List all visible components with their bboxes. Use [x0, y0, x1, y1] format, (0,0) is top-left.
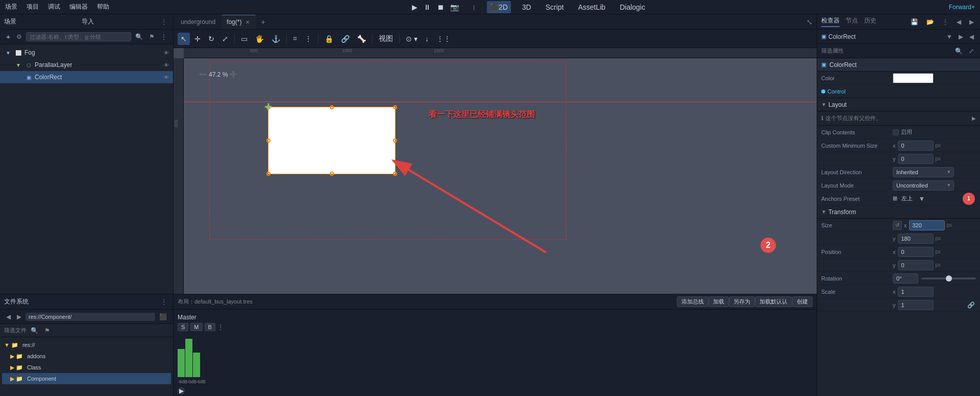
- pause-button[interactable]: ⏸: [422, 2, 433, 12]
- anchor-tool-btn[interactable]: ⚓: [268, 33, 283, 45]
- fs-item-class[interactable]: ▶ 📁 Class: [2, 362, 171, 373]
- pos-x-input[interactable]: [898, 247, 934, 257]
- tab-fog[interactable]: fog(*) ✕: [222, 15, 256, 29]
- dialogic-button[interactable]: Dialogic: [617, 1, 648, 13]
- mode-2d-button[interactable]: ⬛ 2D: [487, 1, 511, 13]
- select-tool-btn[interactable]: ↖: [178, 33, 190, 45]
- menu-scene[interactable]: 场景: [5, 3, 17, 11]
- group-btn[interactable]: 🔗: [338, 33, 353, 45]
- snap-grid-btn[interactable]: ⌗: [290, 32, 300, 45]
- scene-options-btn[interactable]: ⋮: [159, 32, 169, 41]
- dots-btn-3[interactable]: ⋮⋮: [433, 33, 454, 45]
- filter-props-options-btn[interactable]: ⤢: [967, 46, 976, 56]
- scale-tool-btn[interactable]: ⤢: [219, 33, 231, 45]
- clip-checkbox[interactable]: [893, 129, 899, 135]
- tree-node-fog[interactable]: ▼ ⬜ Fog 👁: [0, 46, 173, 59]
- inspector-options-btn[interactable]: ⋮: [940, 17, 950, 27]
- menu-editor[interactable]: 编辑器: [69, 3, 88, 11]
- fs-thumbnail-btn[interactable]: ⬛: [157, 312, 169, 321]
- menu-help[interactable]: 帮助: [97, 3, 109, 11]
- size-reset-btn[interactable]: ↺: [893, 221, 902, 230]
- filter-props-search-btn[interactable]: 🔍: [953, 46, 965, 56]
- anchors-preset-btn[interactable]: ▼: [917, 194, 927, 204]
- audio-s-btn[interactable]: S: [178, 323, 188, 331]
- node-tools-button[interactable]: ⚙: [14, 32, 24, 41]
- play-button[interactable]: ▶: [410, 2, 420, 12]
- rotate-tool-btn[interactable]: ↻: [205, 33, 217, 45]
- assetlib-button[interactable]: AssetLib: [575, 1, 608, 13]
- tab-fog-close[interactable]: ✕: [244, 19, 251, 25]
- min-size-y-input[interactable]: [898, 154, 934, 164]
- fs-item-res[interactable]: ▼ 📁 res://: [2, 339, 171, 351]
- audio-play-btn[interactable]: ▶: [178, 387, 185, 394]
- size-y-input[interactable]: [898, 234, 934, 244]
- tab-node[interactable]: 节点: [846, 16, 858, 27]
- parallax-visibility-icon[interactable]: 👁: [164, 62, 169, 68]
- zoom-minus-icon[interactable]: ➖: [199, 71, 207, 78]
- layout-direction-select[interactable]: Inherited: [893, 167, 954, 177]
- node-selector-expand[interactable]: ▼: [944, 32, 954, 41]
- load-default-btn[interactable]: 加载默认认: [755, 296, 792, 307]
- tab-inspector[interactable]: 检查器: [821, 16, 840, 27]
- color-swatch[interactable]: [893, 73, 934, 83]
- node-selector-chevron-right[interactable]: ▶: [957, 32, 965, 41]
- script-button[interactable]: Script: [543, 1, 567, 13]
- scale-y-input[interactable]: [898, 300, 934, 310]
- inspector-load-btn[interactable]: 📂: [924, 17, 936, 27]
- tree-node-parallax[interactable]: ▼ ⬡ ParallaxLayer 👁: [0, 59, 173, 71]
- create-btn[interactable]: 创建: [792, 296, 813, 307]
- inspector-prev-btn[interactable]: ◀: [954, 17, 963, 27]
- fs-filter-options-btn[interactable]: ⚑: [42, 326, 52, 335]
- rotation-slider[interactable]: [921, 277, 976, 279]
- scene-filter-search[interactable]: 🔍: [133, 32, 145, 41]
- transform-section-header[interactable]: ▼ Transform: [817, 205, 980, 219]
- min-size-x-input[interactable]: [898, 141, 934, 151]
- menu-project[interactable]: 项目: [27, 3, 39, 11]
- fs-filter-search-btn[interactable]: 🔍: [29, 326, 40, 335]
- tab-underground[interactable]: underground: [176, 15, 220, 29]
- dots-btn-1[interactable]: ⊙ ▾: [403, 33, 421, 45]
- pos-y-input[interactable]: [898, 260, 934, 270]
- node-selector-chevron-left[interactable]: ◀: [967, 32, 976, 41]
- inspector-next-btn[interactable]: ▶: [967, 17, 976, 27]
- scale-link-icon[interactable]: 🔗: [966, 300, 976, 310]
- size-x-input[interactable]: [909, 220, 945, 230]
- snap-options-btn[interactable]: ⋮: [302, 33, 315, 45]
- scale-x-input[interactable]: [898, 287, 934, 297]
- move-tool-btn[interactable]: ✛: [191, 33, 204, 45]
- viewport[interactable]: 500 1000 1500 500 ✛: [174, 48, 817, 294]
- inspector-save-btn[interactable]: 💾: [909, 17, 920, 27]
- editor-maximize-btn[interactable]: ⤡: [804, 17, 815, 27]
- zoom-plus-icon[interactable]: ➕: [230, 71, 237, 78]
- filesystem-menu-btn[interactable]: ⋮: [159, 297, 169, 307]
- rotation-input[interactable]: [893, 273, 918, 284]
- audio-b-btn[interactable]: B: [205, 323, 215, 331]
- fs-item-addons[interactable]: ▶ 📁 addons: [2, 351, 171, 362]
- load-btn[interactable]: 加载: [708, 296, 729, 307]
- dots-btn-2[interactable]: ↓: [422, 33, 432, 45]
- scene-filter-options[interactable]: ⚑: [147, 32, 157, 41]
- lock-btn[interactable]: 🔒: [322, 33, 336, 45]
- audio-m-btn[interactable]: M: [190, 323, 202, 331]
- scene-filter-input[interactable]: [26, 32, 131, 41]
- add-bus-btn[interactable]: 添加总线: [677, 296, 708, 307]
- layout-section-header[interactable]: ▼ Layout: [817, 98, 980, 111]
- skeleton-btn[interactable]: 🦴: [354, 33, 369, 45]
- stop-button[interactable]: ⏹: [435, 2, 446, 12]
- fs-item-component[interactable]: ▶ 📁 Component: [2, 373, 171, 384]
- fs-forward-btn[interactable]: ▶: [15, 312, 23, 321]
- layout-mode-select[interactable]: Uncontrolled: [893, 180, 954, 191]
- fs-back-btn[interactable]: ◀: [4, 312, 13, 321]
- fog-visibility-icon[interactable]: 👁: [164, 50, 169, 56]
- mode-3d-button[interactable]: 3D: [519, 1, 534, 13]
- save-as-btn[interactable]: 另存为: [729, 296, 755, 307]
- tree-node-colorrect[interactable]: ▣ ColorRect 👁: [0, 71, 173, 83]
- scene-menu-button[interactable]: ⋮: [159, 17, 169, 27]
- tab-add-button[interactable]: +: [257, 16, 269, 28]
- add-node-button[interactable]: +: [4, 32, 12, 42]
- menu-debug[interactable]: 调试: [48, 3, 60, 11]
- audio-options-btn[interactable]: ⋮: [217, 323, 224, 331]
- viewport-btn[interactable]: 视图: [376, 32, 396, 45]
- camera-button[interactable]: 📷: [448, 2, 461, 12]
- tab-history[interactable]: 历史: [864, 16, 876, 27]
